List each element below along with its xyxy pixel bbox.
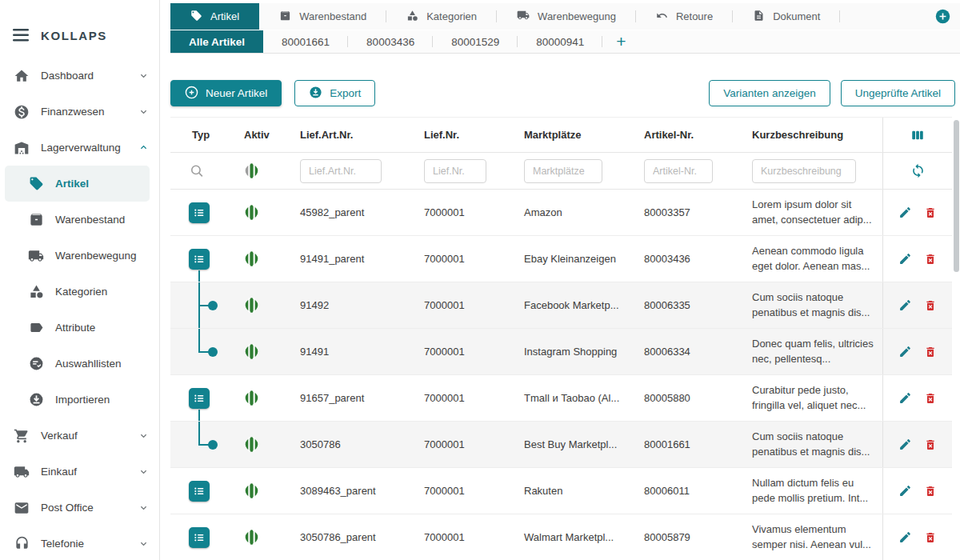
active-toggle-icon[interactable] [244, 437, 278, 452]
column-header-aktiv[interactable]: Aktiv [222, 129, 278, 141]
sidebar-item-dashboard[interactable]: Dashboard [0, 58, 159, 94]
sidebar-item-label: Warenbewegung [55, 250, 140, 262]
sidebar-item-warenbewegung[interactable]: Warenbewegung [5, 238, 150, 274]
tab-label: Retoure [676, 10, 713, 22]
tab-kategorien[interactable]: Kategorien [386, 3, 497, 30]
article-list-icon[interactable] [189, 388, 210, 409]
edit-icon[interactable] [898, 206, 912, 219]
delete-icon[interactable] [924, 346, 937, 358]
add-circle-icon[interactable] [935, 9, 950, 24]
sidebar-item-verkauf[interactable]: Verkauf [0, 418, 159, 454]
article-list-icon[interactable] [189, 527, 210, 548]
refresh-icon[interactable] [910, 163, 926, 178]
artikel-nr: 80006334 [622, 346, 730, 358]
show-variants-button[interactable]: Varianten anzeigen [709, 80, 830, 106]
sidebar-item-importieren[interactable]: Importieren [5, 382, 150, 418]
column-header-artikel-nr[interactable]: Artikel-Nr. [622, 129, 730, 141]
delete-icon[interactable] [924, 485, 937, 498]
column-header-kurzbeschreibung[interactable]: Kurzbeschreibung [730, 129, 882, 141]
filter-actions-cell [882, 153, 952, 189]
active-toggle-icon[interactable] [244, 163, 278, 178]
table-row[interactable]: 91492 7000001 Facebook Marketp... 800063… [170, 282, 952, 329]
chevron-down-icon [138, 430, 150, 442]
active-toggle-icon[interactable] [244, 344, 278, 359]
sidebar-item-auswahllisten[interactable]: Auswahllisten [5, 346, 150, 382]
active-toggle-icon[interactable] [244, 530, 278, 545]
sidebar-item-post-office[interactable]: Post Office [0, 490, 159, 526]
table-row[interactable]: 3050786 7000001 Best Buy Marketpl... 800… [170, 422, 952, 468]
edit-icon[interactable] [898, 391, 912, 405]
box-icon [27, 212, 45, 227]
menu-icon[interactable] [13, 29, 29, 42]
column-header-typ[interactable]: Typ [170, 129, 222, 141]
item-tab-80001529[interactable]: 80001529 [433, 30, 518, 53]
table-row[interactable]: 3050786_parent 7000001 Walmart Marketpl.… [170, 514, 952, 560]
sidebar-item-telefonie[interactable]: Telefonie [0, 526, 159, 560]
lief-nr: 7000001 [402, 438, 502, 450]
sidebar-item-attribute[interactable]: Attribute [5, 310, 150, 346]
active-toggle-icon[interactable] [244, 390, 278, 406]
item-tab-alle-artikel[interactable]: Alle Artikel [170, 30, 263, 53]
edit-icon[interactable] [898, 252, 912, 266]
search-icon[interactable] [190, 163, 205, 178]
tab-warenbestand[interactable]: Warenbestand [259, 3, 386, 30]
filter-kurzbeschreibung-input[interactable] [752, 159, 856, 183]
tab-artikel[interactable]: Artikel [170, 3, 259, 30]
delete-icon[interactable] [924, 253, 937, 266]
active-toggle-icon[interactable] [244, 298, 278, 313]
add-item-tab-button[interactable]: + [602, 30, 639, 53]
filter-lief-nr-input[interactable] [424, 159, 486, 183]
edit-icon[interactable] [898, 345, 912, 358]
column-header-lief-nr[interactable]: Lief.Nr. [402, 129, 502, 141]
lief-nr: 7000001 [402, 531, 502, 543]
chevron-down-icon [138, 106, 150, 118]
article-list-icon[interactable] [189, 249, 210, 270]
vertical-scrollbar[interactable] [954, 120, 959, 272]
lief-nr: 7000001 [402, 253, 502, 265]
column-header-marktplaetze[interactable]: Marktplätze [502, 129, 622, 141]
active-toggle-icon[interactable] [244, 205, 278, 220]
delete-icon[interactable] [924, 531, 937, 544]
sidebar-item-artikel[interactable]: Artikel [5, 166, 150, 202]
export-button[interactable]: Export [294, 80, 375, 106]
delete-icon[interactable] [924, 438, 937, 451]
tab-warenbewegung[interactable]: Warenbewegung [497, 3, 636, 30]
edit-icon[interactable] [898, 438, 912, 451]
edit-icon[interactable] [898, 484, 912, 498]
table-row[interactable]: 91491 7000001 Instagram Shopping 8000633… [170, 329, 952, 375]
tab-retoure[interactable]: Retoure [636, 3, 733, 30]
filter-artikel-nr-input[interactable] [644, 159, 713, 183]
table-row[interactable]: 3089463_parent 7000001 Rakuten 80006011 … [170, 468, 952, 514]
sidebar-item-finanzwesen[interactable]: Finanzwesen [0, 94, 159, 130]
tab-dokument[interactable]: Dokument [733, 3, 840, 30]
marktplatz: Amazon [502, 206, 622, 218]
sidebar-item-lagerverwaltung[interactable]: Lagerverwaltung [0, 130, 159, 166]
new-article-button[interactable]: Neuer Artikel [170, 80, 282, 106]
sidebar-item-warenbestand[interactable]: Warenbestand [5, 202, 150, 238]
delete-icon[interactable] [924, 206, 937, 219]
active-toggle-icon[interactable] [244, 251, 278, 266]
filter-marktplaetze-input[interactable] [524, 159, 602, 183]
sidebar-item-einkauf[interactable]: Einkauf [0, 454, 159, 490]
article-list-icon[interactable] [189, 202, 210, 223]
marktplatz: Tmall и Taobao (Al... [502, 392, 622, 404]
column-header-lief-art-nr[interactable]: Lief.Art.Nr. [278, 129, 402, 141]
filter-lief-art-nr-input[interactable] [300, 159, 382, 183]
edit-icon[interactable] [898, 298, 912, 312]
delete-icon[interactable] [924, 392, 937, 405]
delete-icon[interactable] [924, 299, 937, 312]
sidebar-item-label: Artikel [55, 178, 140, 190]
sidebar-item-kategorien[interactable]: Kategorien [5, 274, 150, 310]
columns-icon[interactable] [910, 128, 925, 142]
unchecked-articles-button[interactable]: Ungeprüfte Artikel [841, 80, 955, 106]
edit-icon[interactable] [898, 530, 912, 544]
table-row[interactable]: 45982_parent 7000001 Amazon 80003357 Lor… [170, 190, 952, 236]
table-row[interactable]: 91491_parent 7000001 Ebay Kleinanzeigen … [170, 236, 952, 282]
item-tab-80000941[interactable]: 80000941 [518, 30, 602, 53]
item-tab-80001661[interactable]: 80001661 [263, 30, 348, 53]
tree-node-dot [208, 440, 218, 450]
article-list-icon[interactable] [189, 481, 210, 502]
active-toggle-icon[interactable] [244, 483, 278, 498]
item-tab-80003436[interactable]: 80003436 [348, 30, 433, 53]
table-row[interactable]: 91657_parent 7000001 Tmall и Taobao (Al.… [170, 375, 952, 422]
